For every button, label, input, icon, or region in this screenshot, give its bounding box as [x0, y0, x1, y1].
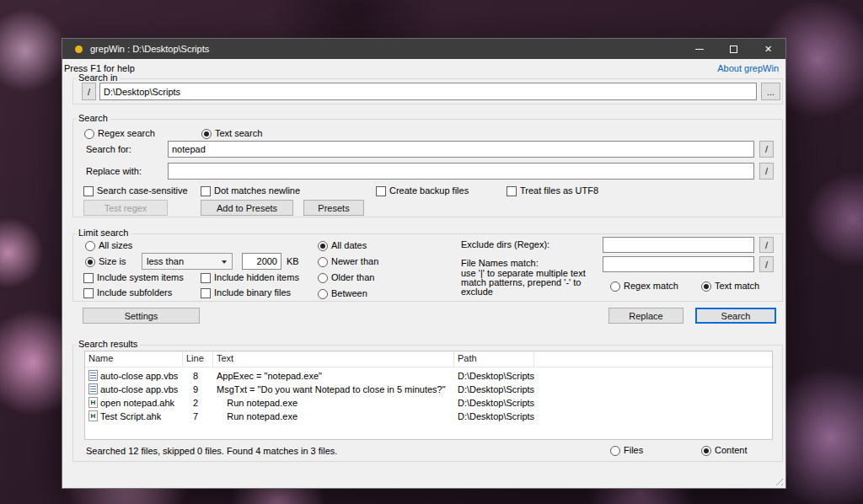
search-results-group-label: Search results — [76, 339, 140, 349]
result-name: auto-close app.vbs — [100, 384, 178, 394]
text-search-radio[interactable] — [201, 129, 212, 139]
include-hidden-checkbox[interactable] — [201, 273, 211, 283]
search-in-regex-toggle-button[interactable]: / — [82, 83, 96, 100]
column-header-filler — [534, 351, 772, 367]
regex-search-radio[interactable] — [84, 129, 94, 139]
size-is-label[interactable]: Size is — [99, 256, 126, 266]
between-label[interactable]: Between — [331, 288, 367, 298]
size-is-radio[interactable] — [85, 257, 95, 267]
include-system-checkbox[interactable] — [83, 273, 94, 283]
table-row[interactable]: HTest Script.ahk 7 Run notepad.exe D:\De… — [85, 410, 772, 422]
search-path-input[interactable] — [99, 83, 757, 100]
titlebar[interactable]: grepWin : D:\Desktop\Scripts ✕ — [62, 39, 785, 59]
dot-matches-newline-label[interactable]: Dot matches newline — [214, 185, 300, 196]
replace-with-input[interactable] — [168, 163, 754, 180]
maximize-button[interactable] — [716, 39, 751, 59]
column-header-line[interactable]: Line — [183, 351, 213, 367]
content-view-label[interactable]: Content — [715, 445, 748, 455]
all-sizes-radio[interactable] — [85, 241, 95, 251]
regex-match-radio[interactable] — [610, 281, 620, 292]
newer-than-radio[interactable] — [318, 257, 328, 267]
minimize-button[interactable] — [682, 39, 716, 59]
size-operator-dropdown[interactable]: less than — [142, 253, 233, 270]
exclude-dirs-input[interactable] — [603, 237, 754, 253]
older-than-radio[interactable] — [318, 273, 328, 283]
size-value-input[interactable] — [242, 253, 281, 270]
file-names-regex-toggle-button[interactable]: / — [759, 256, 774, 272]
ahk-file-icon: H — [88, 397, 98, 408]
case-sensitive-checkbox[interactable] — [83, 186, 94, 196]
limit-search-group-label: Limit search — [76, 228, 131, 238]
column-header-path[interactable]: Path — [454, 351, 534, 367]
all-sizes-label[interactable]: All sizes — [99, 240, 132, 250]
maximize-icon — [730, 46, 737, 53]
all-dates-radio[interactable] — [318, 241, 328, 251]
utf8-label[interactable]: Treat files as UTF8 — [520, 185, 598, 196]
utf8-checkbox[interactable] — [507, 186, 517, 196]
resize-grip[interactable] — [773, 475, 783, 485]
result-name: Test Script.ahk — [100, 411, 161, 421]
exclude-dirs-regex-toggle-button[interactable]: / — [759, 237, 774, 253]
file-names-match-input[interactable] — [603, 256, 754, 272]
content-view-radio[interactable] — [701, 446, 711, 456]
include-subfolders-label[interactable]: Include subfolders — [97, 287, 172, 298]
include-subfolders-checkbox[interactable] — [83, 288, 94, 298]
table-row[interactable]: auto-close app.vbs 8 AppExec = "notepad.… — [85, 369, 772, 382]
dot-matches-newline-checkbox[interactable] — [201, 186, 211, 196]
include-binary-label[interactable]: Include binary files — [214, 287, 291, 298]
window-title: grepWin : D:\Desktop\Scripts — [90, 44, 209, 54]
vbs-file-icon — [88, 383, 98, 394]
about-link[interactable]: About grepWin — [717, 63, 779, 73]
settings-button[interactable]: Settings — [83, 308, 200, 324]
search-in-group-label: Search in — [76, 72, 120, 83]
replace-with-regex-toggle-button[interactable]: / — [759, 163, 774, 180]
search-results-group: Search results Name Line Text Path auto-… — [72, 345, 783, 462]
result-text: Run notepad.exe — [213, 398, 454, 408]
text-match-radio[interactable] — [701, 281, 711, 292]
result-text: Run notepad.exe — [213, 411, 454, 421]
grepwin-window: grepWin : D:\Desktop\Scripts ✕ Press F1 … — [62, 38, 786, 489]
text-match-label[interactable]: Text match — [715, 281, 759, 291]
all-dates-label[interactable]: All dates — [331, 240, 367, 250]
column-header-text[interactable]: Text — [213, 351, 454, 367]
search-for-label: Search for: — [86, 144, 131, 154]
regex-match-label[interactable]: Regex match — [624, 281, 678, 291]
search-for-input[interactable] — [168, 141, 754, 158]
include-binary-checkbox[interactable] — [201, 288, 211, 298]
search-for-regex-toggle-button[interactable]: / — [759, 141, 774, 158]
ahk-file-icon: H — [88, 410, 98, 421]
table-row[interactable]: Hopen notepad.ahk 2 Run notepad.exe D:\D… — [85, 396, 772, 409]
column-header-name[interactable]: Name — [85, 351, 183, 367]
newer-than-label[interactable]: Newer than — [331, 256, 378, 266]
result-path: D:\Desktop\Scripts — [454, 371, 606, 381]
include-system-label[interactable]: Include system items — [97, 272, 184, 282]
client-area: Press F1 for help About grepWin Search i… — [62, 59, 785, 488]
create-backup-checkbox[interactable] — [376, 186, 386, 196]
app-icon — [75, 46, 83, 53]
regex-search-label[interactable]: Regex search — [98, 128, 155, 138]
files-view-radio[interactable] — [610, 446, 620, 456]
test-regex-button: Test regex — [83, 200, 168, 216]
case-sensitive-label[interactable]: Search case-sensitive — [97, 185, 188, 196]
files-view-label[interactable]: Files — [624, 445, 643, 455]
search-group: Search Regex search Text search Search f… — [72, 119, 783, 217]
result-line: 7 — [183, 411, 213, 421]
older-than-label[interactable]: Older than — [331, 272, 374, 282]
add-to-presets-button[interactable]: Add to Presets — [201, 200, 293, 216]
between-radio[interactable] — [318, 289, 328, 299]
search-button[interactable]: Search — [695, 308, 776, 324]
window-controls: ✕ — [682, 39, 785, 59]
result-line: 8 — [183, 371, 213, 381]
table-row[interactable]: auto-close app.vbs 9 MsgTxt = "Do you wa… — [85, 383, 772, 395]
result-path: D:\Desktop\Scripts — [454, 411, 606, 421]
exclude-dirs-label: Exclude dirs (Regex): — [461, 239, 549, 249]
text-search-label[interactable]: Text search — [215, 128, 262, 138]
create-backup-label[interactable]: Create backup files — [389, 185, 469, 196]
browse-button[interactable]: ... — [761, 83, 780, 100]
minimize-icon — [695, 49, 704, 50]
presets-button[interactable]: Presets — [303, 200, 364, 216]
include-hidden-label[interactable]: Include hidden items — [214, 272, 299, 282]
size-unit-label: KB — [287, 256, 299, 266]
close-button[interactable]: ✕ — [751, 39, 785, 59]
replace-button[interactable]: Replace — [608, 308, 683, 324]
